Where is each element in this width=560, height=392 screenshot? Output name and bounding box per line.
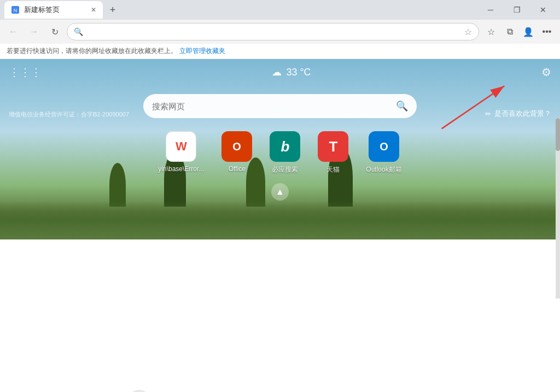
lower-section: 拼 京 M 🐾 + b xyxy=(0,381,560,392)
svg-text:O: O xyxy=(380,141,388,153)
quick-link-bing[interactable]: b 必应搜索 xyxy=(270,131,300,174)
star-icon[interactable]: ☆ xyxy=(464,27,472,37)
bookmarks-section: 拼 京 M 🐾 + b xyxy=(0,381,560,392)
window-controls: ─ ❐ ✕ xyxy=(478,0,556,20)
grid-icon[interactable]: ⋮⋮⋮ xyxy=(9,66,42,79)
search-box[interactable]: 🔍 xyxy=(143,94,417,118)
bg-like[interactable]: ✏ 是否喜欢此背景？ xyxy=(485,109,551,119)
search-button[interactable]: 🔍 xyxy=(396,100,408,112)
menu-button[interactable]: ••• xyxy=(538,23,556,40)
tab-bar-left: N 新建标签页 ✕ + xyxy=(4,1,120,19)
refresh-button[interactable]: ↻ xyxy=(46,23,63,40)
settings-icon[interactable]: ⚙ xyxy=(541,66,551,79)
svg-text:O: O xyxy=(233,141,242,153)
quick-link-tmall[interactable]: T 天猫 xyxy=(318,131,348,174)
manage-favorites-link[interactable]: 立即管理收藏夹 xyxy=(179,46,225,56)
close-button[interactable]: ✕ xyxy=(530,0,556,20)
collections-button[interactable]: ⧉ xyxy=(501,23,518,40)
maximize-button[interactable]: ❐ xyxy=(504,0,529,20)
address-input[interactable] xyxy=(88,27,460,36)
new-tab-content: ⋮⋮⋮ ☁ 33 °C ⚙ 🔍 W yi xyxy=(0,59,560,201)
favorites-button[interactable]: ☆ xyxy=(482,23,500,40)
quick-link-error[interactable]: W yin\base\Error... xyxy=(158,131,204,174)
quick-link-outlook[interactable]: O Outlook邮箱 xyxy=(366,131,401,174)
info-bar-text: 若要进行快速访问，请将你的网址收藏放在此收藏夹栏上。 xyxy=(7,46,177,56)
back-button[interactable]: ← xyxy=(4,23,22,40)
tab-title: 新建标签页 xyxy=(24,5,60,15)
bookmark-row-icons: 拼 京 M 🐾 + xyxy=(13,385,547,392)
new-tab-page: ⋮⋮⋮ ☁ 33 °C ⚙ 🔍 W yi xyxy=(0,59,560,392)
address-bar[interactable]: 🔍 ☆ xyxy=(67,23,479,40)
forward-button[interactable]: → xyxy=(25,23,43,40)
tab-close-button[interactable]: ✕ xyxy=(91,6,96,14)
minimize-button[interactable]: ─ xyxy=(478,0,503,20)
bg-copyright: 增值电信业务经营许可证：合字B2-20090007 xyxy=(9,110,129,119)
quick-links-top: W yin\base\Error... O Office b 必应搜索 xyxy=(0,127,560,179)
tab-bar: N 新建标签页 ✕ + ─ ❐ ✕ xyxy=(0,0,560,20)
search-icon: 🔍 xyxy=(74,27,83,36)
cloud-icon: ☁ xyxy=(272,66,282,78)
pencil-icon: ✏ xyxy=(485,110,491,118)
scroll-up-button[interactable]: ▲ xyxy=(271,183,289,201)
profile-button[interactable]: 👤 xyxy=(520,23,537,40)
add-bookmark-button[interactable]: + xyxy=(127,390,151,392)
nt-topbar: ⋮⋮⋮ ☁ 33 °C ⚙ xyxy=(0,59,560,85)
up-arrow-container: ▲ xyxy=(0,183,560,201)
search-container: 🔍 xyxy=(0,85,560,127)
temperature-display: 33 °C xyxy=(286,67,311,78)
nav-bar: ← → ↻ 🔍 ☆ ☆ ⧉ 👤 ••• xyxy=(0,20,560,44)
tab-favicon: N xyxy=(11,5,20,14)
new-tab-button[interactable]: + xyxy=(105,2,120,17)
svg-text:N: N xyxy=(14,8,18,13)
browser-chrome: N 新建标签页 ✕ + ─ ❐ ✕ ← → ↻ 🔍 ☆ ☆ ⧉ 👤 ••• xyxy=(0,0,560,59)
nav-icons: ☆ ⧉ 👤 ••• xyxy=(482,23,556,40)
search-input[interactable] xyxy=(152,102,389,111)
weather-bar: ☁ 33 °C xyxy=(272,66,311,78)
info-bar: 若要进行快速访问，请将你的网址收藏放在此收藏夹栏上。 立即管理收藏夹 xyxy=(0,44,560,59)
quick-link-office[interactable]: O Office xyxy=(221,131,252,174)
active-tab[interactable]: N 新建标签页 ✕ xyxy=(4,1,103,19)
